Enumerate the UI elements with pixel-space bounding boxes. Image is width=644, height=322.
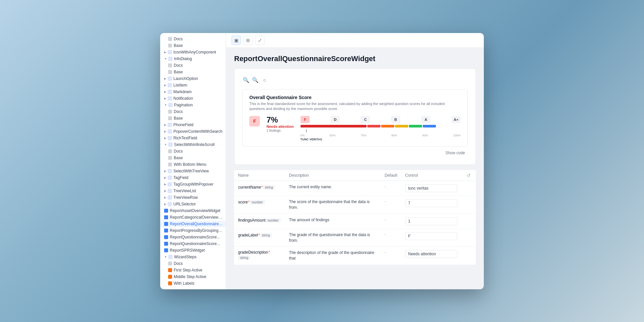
prop-control-cell: [401, 181, 461, 196]
item-color-icon: [168, 268, 172, 272]
app-window: DocsBase▶IconWithAnyComponent▼InfoDialog…: [160, 33, 484, 289]
sidebar-item[interactable]: ▶IconWithAnyComponent: [160, 49, 226, 55]
sidebar-item[interactable]: Docs: [160, 108, 226, 115]
item-color-icon: [168, 110, 172, 114]
component-icon: [168, 176, 172, 180]
grade-label-item: D: [331, 116, 340, 123]
sidebar-item[interactable]: ▶PopoverContentWithSearch: [160, 128, 226, 135]
expand-icon: ▼: [164, 255, 167, 259]
prop-control-input[interactable]: [405, 232, 457, 240]
progress-segment: [395, 125, 408, 127]
percent-label: 100%: [453, 134, 461, 137]
sidebar-item[interactable]: Base: [160, 155, 226, 161]
grade-chart: FDCBAA+ 0%60%70%80%90%100% TUNC VERITAS: [301, 116, 461, 141]
table-row: currentName*stringThe current entity nam…: [234, 181, 476, 196]
zoom-out-button[interactable]: 🔍: [252, 77, 259, 84]
percent-label: 60%: [330, 134, 336, 137]
sidebar-item-label: ListItem: [173, 83, 187, 88]
item-color-icon: [164, 209, 168, 213]
expand-icon: ▶: [164, 196, 166, 199]
reset-all-icon[interactable]: ↺: [465, 171, 472, 179]
sidebar-item[interactable]: First Step Active: [160, 267, 226, 273]
sidebar-item[interactable]: With Labels: [160, 280, 226, 287]
sidebar-item[interactable]: Middle Step Active: [160, 273, 226, 280]
sidebar-item[interactable]: ▶Notification: [160, 95, 226, 102]
show-code-button[interactable]: Show code: [443, 149, 468, 157]
col-default: Default: [381, 170, 401, 181]
zoom-reset-button[interactable]: ○: [261, 77, 268, 84]
sidebar-item[interactable]: ▶PhoneField: [160, 122, 226, 128]
col-control: Control: [401, 170, 461, 181]
sidebar-item[interactable]: Base: [160, 115, 226, 122]
sidebar-item[interactable]: ReportOverallQuestionnaireScore: [160, 221, 226, 227]
sidebar-item[interactable]: Base: [160, 42, 226, 49]
sidebar-item[interactable]: ▼InfoDialog: [160, 55, 226, 62]
sidebar-item[interactable]: ▼SelectWithInfiniteScroll: [160, 141, 226, 148]
table-row: findingsAmountnumberThe amount of findin…: [234, 214, 476, 229]
prop-default-cell: -: [381, 214, 401, 229]
expand-icon: ▶: [164, 130, 166, 133]
sidebar-item[interactable]: ▶ListItem: [160, 82, 226, 89]
sidebar-item[interactable]: Docs: [160, 148, 226, 155]
sidebar-item[interactable]: With Bottom Menu: [160, 161, 226, 168]
zoom-in-button[interactable]: 🔍: [242, 77, 250, 84]
expand-icon: ▼: [164, 103, 167, 107]
view-single-button[interactable]: ▣: [232, 36, 241, 45]
expand-icon: ▶: [164, 77, 166, 80]
item-color-icon: [168, 37, 172, 41]
score-status: Needs attention: [267, 125, 294, 128]
component-icon: [168, 255, 172, 259]
percent-label: 0%: [301, 134, 305, 137]
sidebar-item[interactable]: ▶TagGroupWithPopover: [160, 181, 226, 188]
props-table-body: currentName*stringThe current entity nam…: [234, 181, 476, 265]
show-code-row: Show code: [242, 147, 468, 157]
sidebar-item-label: Base: [174, 156, 183, 160]
sidebar-item[interactable]: ReportQuestionnaireScoreOverTi: [160, 240, 226, 247]
prop-control-input[interactable]: [405, 217, 457, 225]
sidebar-item[interactable]: Docs: [160, 260, 226, 267]
sidebar-item[interactable]: ReportQuestionnaireScoreDistrib: [160, 234, 226, 240]
sidebar-item[interactable]: ▶URLSelector: [160, 201, 226, 207]
score-findings: 1 findings: [267, 129, 294, 132]
sidebar-item[interactable]: ▶TreeViewRow: [160, 194, 226, 201]
prop-control-input[interactable]: [405, 250, 457, 258]
prop-default-cell: -: [381, 196, 401, 214]
sidebar-item[interactable]: Docs: [160, 62, 226, 69]
prop-name: gradeDescription*: [238, 250, 270, 255]
sidebar-item[interactable]: ReportCategoricalOverviewWidg: [160, 214, 226, 221]
sidebar-item[interactable]: ▶RichTextField: [160, 135, 226, 141]
sidebar-item[interactable]: ▼Pagination: [160, 102, 226, 108]
prop-control-input[interactable]: [405, 199, 457, 207]
sidebar-item[interactable]: ▶Markdown: [160, 89, 226, 95]
sidebar-item[interactable]: ReportProgressByGroupingWidg: [160, 227, 226, 234]
component-icon: [168, 143, 172, 147]
sidebar-item-label: ReportQuestionnaireScoreOverTi: [170, 241, 223, 246]
component-icon: [168, 50, 172, 54]
prop-control-cell: [401, 229, 461, 247]
sidebar-item[interactable]: ▶TagField: [160, 174, 226, 181]
view-grid-button[interactable]: ⊞: [243, 36, 253, 45]
sidebar-item[interactable]: Base: [160, 69, 226, 75]
sidebar-item-label: TreeViewList: [173, 189, 196, 193]
sidebar-item-label: SelectWithInfiniteScroll: [174, 142, 215, 147]
grade-label-item: B: [391, 116, 400, 123]
sidebar-item[interactable]: ▶LaunchOption: [160, 75, 226, 82]
prop-control-input[interactable]: [405, 184, 457, 192]
item-color-icon: [168, 44, 172, 48]
sidebar-item-label: Docs: [174, 149, 183, 154]
sidebar-item[interactable]: ▶TreeViewList: [160, 188, 226, 194]
item-color-icon: [164, 222, 168, 226]
sidebar-item[interactable]: ▶SelectWithTreeView: [160, 168, 226, 174]
sidebar-item[interactable]: ReportSPRSWidget: [160, 247, 226, 254]
item-color-icon: [164, 235, 168, 239]
toolbar: ▣ ⊞ ⤢: [226, 33, 484, 48]
sidebar-item[interactable]: Docs: [160, 36, 226, 42]
percent-label: 90%: [422, 134, 428, 137]
prop-reset-cell: [461, 181, 476, 196]
grade-label-item: A+: [451, 116, 461, 123]
current-name-label: TUNC VERITAS: [301, 138, 461, 141]
sidebar-item[interactable]: ReportAssetOverviewWidget: [160, 207, 226, 214]
view-expand-button[interactable]: ⤢: [255, 36, 265, 45]
sidebar-item[interactable]: ▼WizardSteps: [160, 254, 226, 260]
sidebar-item-label: Base: [174, 70, 183, 74]
